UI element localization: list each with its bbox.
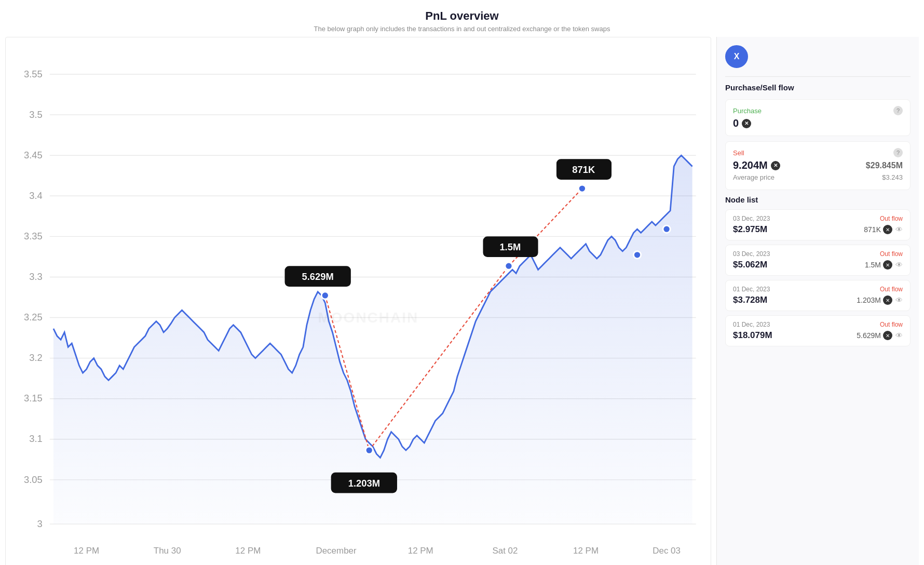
node-item-4: 01 Dec, 2023 Out flow $18.079M 5.629M ✕ …	[725, 315, 911, 346]
avg-price-row: Average price $3.243	[733, 171, 903, 183]
avg-price-value: $3.243	[882, 173, 903, 181]
node-item-1-flow: Out flow	[880, 215, 903, 222]
svg-text:Sat 02: Sat 02	[492, 546, 518, 556]
svg-text:12 PM: 12 PM	[235, 546, 261, 556]
sell-flow-item: Sell ? 9.204M ✕ $29.845M Average price $…	[725, 141, 911, 190]
purchase-x-badge[interactable]: ✕	[742, 119, 751, 128]
svg-text:3.45: 3.45	[24, 150, 43, 160]
sell-value-row: 9.204M ✕ $29.845M	[733, 159, 903, 171]
node-item-4-usd: $18.079M	[733, 330, 772, 341]
svg-point-37	[505, 262, 512, 270]
svg-text:3.25: 3.25	[24, 312, 43, 322]
sell-question-icon[interactable]: ?	[893, 148, 903, 157]
node-item-2-usd: $5.062M	[733, 260, 767, 270]
svg-text:1.203M: 1.203M	[348, 478, 380, 489]
node-item-2-header: 03 Dec, 2023 Out flow	[733, 250, 903, 258]
node-item-2: 03 Dec, 2023 Out flow $5.062M 1.5M ✕ 👁	[725, 245, 911, 276]
svg-text:12 PM: 12 PM	[573, 546, 599, 556]
node-item-4-x-badge[interactable]: ✕	[883, 331, 892, 340]
svg-text:12 PM: 12 PM	[74, 546, 99, 556]
node-item-4-eye-icon[interactable]: 👁	[895, 331, 903, 340]
svg-text:3.4: 3.4	[29, 190, 43, 201]
node-item-3-date: 01 Dec, 2023	[733, 286, 770, 293]
sell-x-badge[interactable]: ✕	[771, 161, 780, 170]
sell-usd-value: $29.845M	[866, 161, 903, 170]
node-item-1-amount: 871K ✕	[864, 225, 892, 234]
svg-point-39	[663, 225, 670, 233]
node-item-3-amount: 1.203M ✕	[857, 295, 892, 305]
purchase-flow-item: Purchase ? 0 ✕	[725, 99, 911, 136]
svg-text:12 PM: 12 PM	[408, 546, 433, 556]
node-item-3-usd: $3.728M	[733, 295, 767, 305]
purchase-value-row: 0 ✕	[733, 117, 903, 129]
node-item-3-flow: Out flow	[880, 286, 903, 293]
svg-text:3.15: 3.15	[24, 393, 43, 403]
node-item-4-date: 01 Dec, 2023	[733, 321, 770, 328]
node-item-4-value-row: $18.079M 5.629M ✕ 👁	[733, 330, 903, 341]
purchase-question-icon[interactable]: ?	[893, 106, 903, 115]
node-item-2-x-badge[interactable]: ✕	[883, 260, 892, 270]
purchase-label-row: Purchase ?	[733, 106, 903, 115]
svg-text:1.5M: 1.5M	[499, 241, 521, 252]
svg-text:3.05: 3.05	[24, 474, 43, 485]
node-item-2-value-row: $5.062M 1.5M ✕ 👁	[733, 260, 903, 270]
svg-text:871K: 871K	[572, 164, 595, 175]
svg-text:December: December	[316, 546, 357, 556]
node-item-2-flow: Out flow	[880, 250, 903, 258]
divider-1	[725, 76, 911, 77]
avg-price-label: Average price	[733, 173, 774, 181]
svg-text:3.35: 3.35	[24, 231, 43, 241]
node-item-1-date: 03 Dec, 2023	[733, 215, 770, 222]
svg-text:3.55: 3.55	[24, 69, 43, 79]
node-item-1-header: 03 Dec, 2023 Out flow	[733, 215, 903, 222]
chart-svg: 3.55 3.5 3.45 3.4 3.35 3.3 3.25 3.2 3.15…	[6, 37, 711, 565]
panel-section-title: Purchase/Sell flow	[725, 83, 911, 92]
node-item-2-eye-icon[interactable]: 👁	[895, 261, 903, 269]
sell-label: Sell	[733, 149, 744, 157]
content-area: MOONCHAIN 3.55	[0, 37, 924, 565]
node-item-3-header: 01 Dec, 2023 Out flow	[733, 286, 903, 293]
sell-value: 9.204M ✕	[733, 159, 780, 171]
svg-point-36	[365, 447, 373, 454]
svg-text:Dec 03: Dec 03	[653, 546, 681, 556]
svg-point-35	[321, 292, 329, 299]
node-item-3-eye-icon[interactable]: 👁	[895, 296, 903, 304]
page-header: PnL overview The below graph only includ…	[0, 0, 924, 37]
node-item-3: 01 Dec, 2023 Out flow $3.728M 1.203M ✕ 👁	[725, 280, 911, 311]
svg-text:3.2: 3.2	[29, 352, 43, 363]
svg-text:3: 3	[37, 518, 42, 529]
node-item-2-amount: 1.5M ✕	[865, 260, 892, 270]
token-avatar: X	[725, 45, 748, 68]
node-item-4-header: 01 Dec, 2023 Out flow	[733, 321, 903, 328]
page-title: PnL overview	[0, 9, 924, 23]
sell-label-row: Sell ?	[733, 148, 903, 157]
right-panel: X Purchase/Sell flow Purchase ? 0 ✕	[716, 37, 919, 565]
chart-section: MOONCHAIN 3.55	[5, 37, 716, 565]
svg-text:Thu 30: Thu 30	[154, 546, 181, 556]
svg-text:3.5: 3.5	[29, 109, 43, 120]
node-item-1-usd: $2.975M	[733, 224, 767, 235]
purchase-label: Purchase	[733, 107, 762, 115]
page-subtitle: The below graph only includes the transa…	[0, 25, 924, 33]
node-item-4-amount: 5.629M ✕	[857, 331, 892, 340]
node-item-2-date: 03 Dec, 2023	[733, 250, 770, 258]
node-item-3-value-row: $3.728M 1.203M ✕ 👁	[733, 295, 903, 305]
svg-text:3.3: 3.3	[29, 271, 43, 282]
node-list-title: Node list	[725, 195, 911, 204]
token-symbol: X	[734, 52, 740, 61]
node-item-1: 03 Dec, 2023 Out flow $2.975M 871K ✕ 👁	[725, 209, 911, 240]
node-item-3-x-badge[interactable]: ✕	[883, 295, 892, 305]
svg-point-40	[633, 251, 641, 259]
purchase-value: 0 ✕	[733, 117, 751, 129]
svg-text:3.1: 3.1	[29, 433, 43, 444]
node-item-1-eye-icon[interactable]: 👁	[895, 225, 903, 234]
svg-text:5.629M: 5.629M	[302, 271, 334, 282]
svg-point-38	[578, 185, 586, 192]
chart-wrapper: MOONCHAIN 3.55	[5, 37, 711, 565]
node-item-1-value-row: $2.975M 871K ✕ 👁	[733, 224, 903, 235]
node-item-1-x-badge[interactable]: ✕	[883, 225, 892, 234]
node-item-4-flow: Out flow	[880, 321, 903, 328]
